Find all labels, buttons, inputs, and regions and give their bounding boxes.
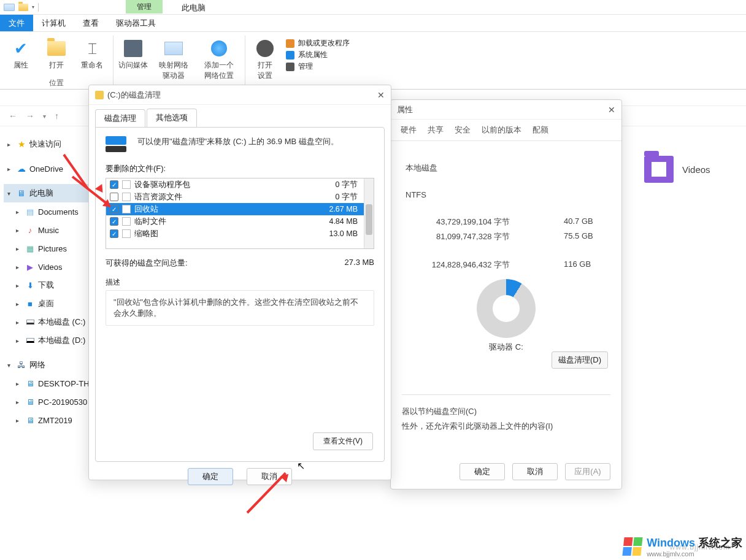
tree-pictures[interactable]: ▦Pictures: [4, 239, 96, 258]
label: Videos: [682, 164, 710, 175]
menu-view[interactable]: 查看: [74, 15, 107, 31]
label: 器以节约磁盘空间(C): [402, 407, 477, 416]
tab-share[interactable]: 共享: [428, 125, 444, 140]
rename-icon: ⌶: [82, 38, 102, 59]
file-name: 语言资源文件: [134, 192, 182, 202]
files-listbox[interactable]: ✓设备驱动程序包0 字节语言资源文件0 字节✓回收站2.67 MB✓临时文件4.…: [106, 178, 374, 249]
ribbon-manage[interactable]: 管理: [286, 61, 350, 72]
total-size: 27.3 MB: [345, 258, 374, 269]
checkbox[interactable]: [110, 193, 118, 201]
tree-disk-d[interactable]: 本地磁盘 (D:): [4, 331, 96, 350]
nav-recent[interactable]: ▾: [43, 113, 46, 120]
label: 快速访问: [29, 139, 61, 150]
apply-button[interactable]: 应用(A): [565, 463, 610, 480]
scrollbar[interactable]: [364, 178, 374, 248]
desktop-icon: ■: [25, 299, 36, 309]
tree-quick-access[interactable]: ★快速访问: [4, 135, 96, 153]
globe-icon: [209, 38, 229, 59]
nav-back[interactable]: ←: [9, 111, 17, 121]
compress-option[interactable]: 器以节约磁盘空间(C): [402, 406, 610, 417]
description-text: "回收站"包含你从计算机中删除的文件。这些文件在清空回收站之前不会永久删除。: [106, 290, 374, 326]
menu-file[interactable]: 文件: [0, 15, 33, 31]
server-icon: [123, 38, 144, 59]
ribbon-access-media[interactable]: 访问媒体: [118, 36, 148, 81]
index-option[interactable]: 性外，还允许索引此驱动器上文件的内容(I): [402, 421, 610, 432]
ribbon-map-drive[interactable]: 映射网络 驱动器: [154, 36, 193, 81]
file-row[interactable]: ✓设备驱动程序包0 字节: [106, 178, 374, 191]
dialog-titlebar[interactable]: (C:)的磁盘清理 ✕: [89, 85, 391, 105]
free-bytes: 81,099,747,328 字节: [406, 231, 510, 242]
close-icon[interactable]: ✕: [608, 105, 615, 115]
close-icon[interactable]: ✕: [377, 90, 385, 100]
cancel-button[interactable]: 取消: [512, 463, 558, 480]
ribbon-open-settings[interactable]: 打开 设置: [250, 36, 280, 81]
tree-videos[interactable]: ▶Videos: [4, 258, 96, 276]
files-to-delete-label: 要删除的文件(F):: [106, 163, 374, 174]
checkbox[interactable]: ✓: [110, 217, 118, 226]
tree-downloads[interactable]: ⬇下载: [4, 276, 96, 294]
dialog-buttons: 确定 取消: [89, 468, 391, 493]
label: 性外，还允许索引此驱动器上文件的内容(I): [402, 421, 553, 431]
documents-icon: ▤: [25, 207, 36, 217]
total-gb: 116 GB: [564, 259, 607, 270]
file-row[interactable]: ✓回收站2.67 MB: [106, 203, 374, 215]
tree-net-3[interactable]: 🖥ZMT2019: [4, 411, 96, 429]
checkbox[interactable]: ✓: [110, 229, 118, 238]
cleanup-tabs: 磁盘清理 其他选项: [89, 105, 391, 127]
dialog-titlebar[interactable]: 属性 ✕: [391, 100, 621, 120]
drive-icon: [163, 38, 184, 59]
label: 打开 设置: [258, 60, 272, 81]
ribbon-add-network-location[interactable]: 添加一个 网络位置: [199, 36, 239, 81]
label: 本地磁盘 (D:): [38, 335, 85, 346]
view-files-button[interactable]: 查看文件(V): [313, 432, 373, 450]
tab-more-options[interactable]: 其他选项: [147, 109, 197, 127]
file-row[interactable]: ✓临时文件4.84 MB: [106, 215, 374, 228]
tree-documents[interactable]: ▤Documents: [4, 202, 96, 221]
item-videos[interactable]: Videos: [644, 156, 710, 183]
folder-icon: [18, 4, 28, 11]
separator: [38, 3, 39, 12]
disk-cleanup-button[interactable]: 磁盘清理(D): [552, 351, 608, 369]
menu-computer[interactable]: 计算机: [33, 15, 74, 31]
nav-up[interactable]: ↑: [55, 111, 59, 121]
label: 卸载或更改程序: [298, 38, 350, 48]
menu-drive-tools[interactable]: 驱动器工具: [107, 15, 164, 31]
nav-tree: ★快速访问 ☁OneDrive 🖥此电脑 ▤Documents ♪Music ▦…: [0, 126, 98, 560]
tree-disk-c[interactable]: 本地磁盘 (C:): [4, 313, 96, 331]
tree-onedrive[interactable]: ☁OneDrive: [4, 159, 96, 178]
group-label: 位置: [49, 78, 64, 88]
tab-hardware[interactable]: 硬件: [401, 125, 417, 140]
label: 下载: [38, 280, 54, 291]
tree-desktop[interactable]: ■桌面: [4, 294, 96, 313]
ok-button[interactable]: 确定: [188, 468, 233, 485]
tree-net-1[interactable]: 🖥DESKTOP-TH: [4, 374, 96, 393]
chevron-down-icon[interactable]: ▾: [32, 4, 34, 10]
label: 桌面: [38, 298, 54, 309]
checkbox[interactable]: ✓: [110, 180, 118, 189]
drive-type: 本地磁盘: [406, 163, 437, 174]
ribbon-open[interactable]: 打开: [42, 36, 71, 71]
pictures-icon: ▦: [25, 244, 36, 253]
file-row[interactable]: 语言资源文件0 字节: [106, 191, 374, 203]
nav-forward[interactable]: →: [26, 111, 34, 121]
ribbon-properties[interactable]: ✔ 属性: [6, 36, 36, 71]
label: 打开: [49, 60, 64, 71]
file-row[interactable]: ✓缩略图13.0 MB: [106, 228, 374, 240]
computer-icon: 🖥: [25, 397, 36, 407]
ribbon-system-properties[interactable]: 系统属性: [286, 50, 350, 60]
label: 系统属性: [298, 50, 328, 60]
tree-net-2[interactable]: 🖥PC-20190530: [4, 393, 96, 411]
label: Pictures: [38, 244, 67, 253]
tab-disk-cleanup[interactable]: 磁盘清理: [95, 109, 145, 128]
tree-music[interactable]: ♪Music: [4, 221, 96, 239]
ribbon-rename[interactable]: ⌶ 重命名: [77, 36, 107, 71]
tab-previous[interactable]: 以前的版本: [482, 125, 521, 140]
tree-this-pc[interactable]: 🖥此电脑: [4, 184, 96, 202]
scrollbar-thumb[interactable]: [366, 204, 372, 235]
ok-button[interactable]: 确定: [460, 463, 505, 480]
tree-network[interactable]: 🖧网络: [4, 356, 96, 374]
tab-security[interactable]: 安全: [455, 125, 471, 140]
file-icon: [122, 193, 131, 201]
ribbon-uninstall[interactable]: 卸载或更改程序: [286, 38, 350, 48]
tab-quota[interactable]: 配额: [533, 125, 548, 140]
